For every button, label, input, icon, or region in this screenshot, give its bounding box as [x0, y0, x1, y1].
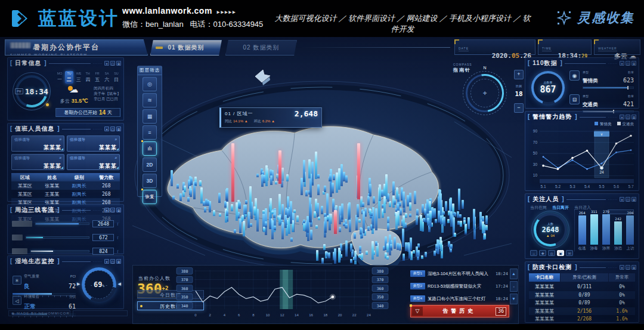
checkpoint-row[interactable]: 某某某某2/2681.6%	[529, 315, 635, 323]
noise-value: 61	[69, 303, 76, 310]
madeby-note: ◉ MADE BY NEHOMMICOR	[8, 310, 70, 316]
zoom-out-button[interactable]: −	[514, 103, 524, 113]
type-item-交通类: ⊟类型交通类数量421	[569, 94, 634, 113]
scroll-down-icon[interactable]: ▼	[510, 294, 518, 304]
layer-buttons: ◎≋▦≡ılı2D3D恢复	[138, 77, 162, 204]
panel-controls[interactable]: ×□⊞	[620, 115, 636, 119]
svg-text:370: 370	[181, 277, 188, 282]
duty-leader-card[interactable]: 值班领导»某某某	[11, 135, 64, 152]
panel-header: [110数据] ······ ×□⊞	[525, 58, 639, 67]
map-pointer-icon	[253, 68, 272, 86]
tab-data-category[interactable]: 02 数据类别	[225, 40, 297, 55]
layer-button-device[interactable]: ▦	[143, 109, 157, 124]
duty-table-row[interactable]: 某某区张某某副局长268	[11, 181, 120, 190]
close-icon: ×	[104, 127, 109, 131]
yoy-value: 14.1% ▲	[233, 119, 248, 123]
panel-header: [日常信息] ······ ×□⊞	[8, 58, 123, 67]
checkpoint-col-header[interactable]: 异常/已检测	[561, 273, 608, 282]
svg-text:22: 22	[352, 313, 357, 317]
panel-controls[interactable]: ×□⊞	[104, 208, 121, 212]
panel-alarm-trend: [警情警力趋势] ······ ×□⊞ 警情类交通类 9070503010∨5.…	[525, 111, 639, 191]
layer-filter-toolbar: 图层筛选 ◎≋▦≡ılı2D3D恢复	[137, 66, 162, 197]
total-gauge: 总数量 867	[531, 71, 565, 104]
footer-strip	[73, 310, 128, 316]
checkpoint-table-rows: 某某某某0/3110%某某某某0/890%某某某某0/890%某某某某2/156…	[529, 283, 635, 323]
layer-button-signal[interactable]: ≋	[143, 93, 157, 107]
svg-text:5.3: 5.3	[569, 184, 575, 189]
focus-bar-涉黑: 279涉黑	[601, 209, 611, 251]
alert-history-button[interactable]: ▽ 告警历史 36	[410, 305, 509, 317]
panel-controls[interactable]: ×□⊞	[620, 61, 636, 66]
close-icon: ×	[620, 197, 624, 202]
close-icon: ×	[104, 61, 109, 66]
focus-filter-icon[interactable]: ✉	[566, 250, 573, 256]
alert-row[interactable]: 类型1湿地3-104片区有不明人员闯入18:24	[410, 267, 508, 280]
focus-tab[interactable]: 当日在网	[530, 205, 547, 211]
inspiration-collect[interactable]: 灵感收集	[556, 9, 634, 27]
layer-button-恢复[interactable]: 恢复	[143, 190, 157, 204]
gauge-value: 69	[94, 280, 102, 289]
warning-icon: ▽	[412, 307, 423, 316]
website-url[interactable]: www.lanlanwork.com	[122, 6, 212, 16]
layer-button-bars[interactable]: ılı	[143, 141, 157, 156]
layer-button-3D[interactable]: 3D	[143, 174, 157, 188]
flow-bar-row: 2648|˙	[12, 220, 119, 227]
panel-controls[interactable]: ×□⊞	[104, 61, 121, 66]
air-status: 良	[24, 283, 30, 289]
window-icon: □	[110, 259, 115, 264]
focus-filter-icon[interactable]: ◎	[548, 250, 555, 256]
panel-controls[interactable]: ×□⊞	[620, 197, 636, 202]
close-icon: ×	[104, 208, 109, 212]
checkpoint-row[interactable]: 某某某某0/3110%	[529, 283, 635, 291]
zoom-in-button[interactable]: +	[514, 70, 524, 79]
office-count-chart[interactable]: 0246810121416182022243803803703703603603…	[175, 266, 404, 323]
focus-filter-icon[interactable]: ⌂	[530, 250, 537, 256]
focus-filter-icon[interactable]: ▣	[557, 250, 564, 256]
svg-text:16: 16	[309, 313, 313, 317]
time-label: TIME	[542, 47, 552, 51]
layer-button-2D[interactable]: 2D	[143, 158, 157, 172]
weather-text: 多云	[60, 98, 70, 104]
panel-header: [防疫卡口检测] ······ ×□⊞	[525, 262, 639, 271]
logo: 蓝蓝设计	[10, 6, 119, 31]
close-icon: ×	[620, 265, 624, 270]
checkpoint-row[interactable]: 某某某某2/1561.6%	[529, 307, 635, 316]
noise-unit: 分贝	[69, 295, 76, 298]
focus-filter-icon[interactable]: ✚	[539, 250, 546, 256]
window-icon: □	[110, 61, 115, 66]
duty-leader-card[interactable]: 值班领导»某某某	[11, 154, 64, 170]
checkpoint-col-header[interactable]: 卡口名称	[529, 273, 560, 282]
trend-line-chart[interactable]: 9070503010∨5.15.25.35.45.55.65.724	[528, 127, 637, 190]
checkpoint-row[interactable]: 某某某某0/890%	[529, 291, 635, 300]
weather-box: WEATHER 多云 ☁	[594, 39, 640, 55]
weekday-cell: TU二	[65, 71, 73, 84]
panel-header: [周边三线客流] ······ ×□⊞	[8, 205, 123, 214]
duty-leader-card[interactable]: 值班领导»某某某	[67, 154, 120, 170]
checkpoint-col-header[interactable]: 异常率	[609, 273, 635, 282]
svg-text:90: 90	[533, 129, 538, 133]
weekday-cell: SU日	[112, 71, 120, 84]
tab-data-category[interactable]: 01 数据类别	[150, 40, 222, 55]
noise-status: 正常	[24, 303, 36, 310]
layer-button-list[interactable]: ≡	[143, 125, 157, 140]
layer-button-camera[interactable]: ◎	[143, 77, 157, 91]
panel-epidemic-checkpoints: [防疫卡口检测] ······ ×□⊞ 卡口名称异常/已检测异常率 某某某某0/…	[525, 261, 639, 323]
focus-bar-涉恐: 242涉恐	[614, 209, 623, 251]
checkpoint-row[interactable]: 某某某某0/890%	[529, 299, 635, 307]
panel-controls[interactable]: ×□⊞	[104, 259, 121, 264]
gauge-right-arrow[interactable]: ◀	[118, 282, 121, 286]
services-list: 大数据可视化设计 ／ 软件界面设计 ／ 网站建设 ／ 手机及小程序设计 ／ 软件…	[271, 13, 534, 35]
compass-dial[interactable]: N ✛	[463, 71, 507, 115]
panel-controls[interactable]: ×□⊞	[620, 265, 636, 270]
time-box: TIME 18:34:29	[538, 39, 592, 55]
panel-controls[interactable]: ×□⊞	[104, 127, 121, 131]
focus-tab[interactable]: 当日离开	[552, 205, 569, 211]
alert-row[interactable]: 类型2RD13-53烟感报警疑似火灾17:24	[410, 280, 508, 292]
duty-leader-card[interactable]: 值班领导»某某某	[67, 135, 120, 152]
scroll-up-icon[interactable]: ▲	[510, 269, 518, 279]
checkpoint-table-header[interactable]: 卡口名称异常/已检测异常率	[529, 273, 635, 282]
duty-table-row[interactable]: 某某区王某某副局长268	[11, 190, 120, 198]
svg-text:5.7: 5.7	[628, 184, 633, 189]
gauge-left-arrow[interactable]: ▶	[77, 282, 80, 286]
alert-row[interactable]: 类型4某路口有小汽车连闯三个红灯18:24	[410, 292, 508, 305]
